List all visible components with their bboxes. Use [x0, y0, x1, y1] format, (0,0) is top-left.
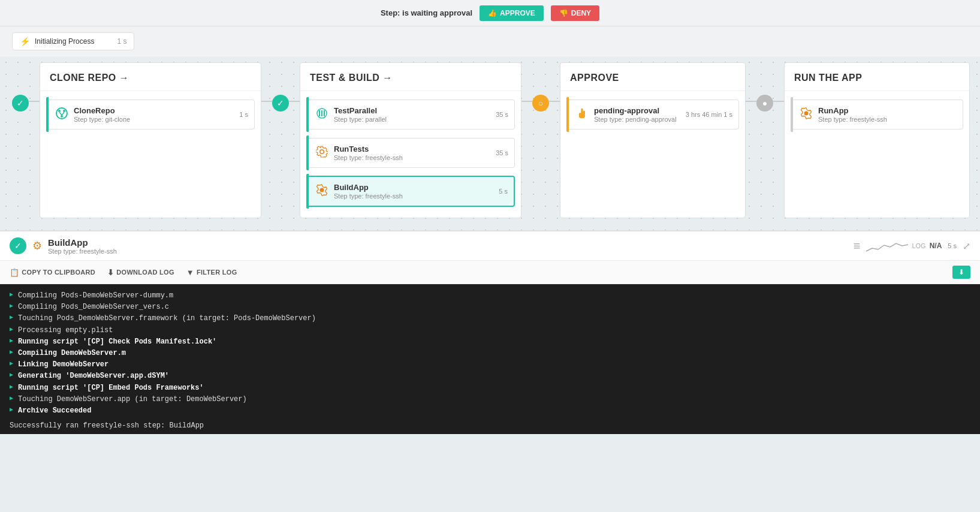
deny-thumb-icon: 👎: [559, 9, 568, 17]
log-arrow-icon: ▶: [10, 405, 13, 417]
clone-repo-step-name: CloneRepo: [74, 106, 234, 115]
pending-approval-time: 3 hrs 46 min 1 s: [686, 111, 732, 118]
h-connector-4: [521, 62, 532, 102]
test-build-status-left: ✓: [272, 62, 289, 112]
log-arrow-icon: ▶: [10, 348, 13, 359]
run-app-status-left: ●: [756, 62, 773, 112]
log-mini-graph: [866, 236, 908, 255]
stage-test-build-header: TEST & BUILD →: [300, 63, 521, 91]
approve-button[interactable]: 👍 APPROVE: [480, 5, 544, 21]
step-test-parallel[interactable]: TestParallel Step type: parallel 35 s: [309, 100, 515, 129]
stage-test-build-steps: TestParallel Step type: parallel 35 s: [300, 91, 521, 215]
log-text: Touching Pods_DemoWebServer.framework (i…: [18, 313, 316, 324]
run-tests-time: 35 s: [496, 149, 508, 156]
hand-icon: [575, 107, 589, 122]
init-process-item: ⚡ Initializing Process 1 s: [12, 32, 134, 50]
log-text: Running script '[CP] Check Pods Manifest…: [18, 336, 216, 348]
log-text: Compiling Pods_DemoWebServer_vers.c: [18, 302, 169, 313]
stage-clone-repo-steps: CloneRepo Step type: git-clone 1 s: [40, 91, 261, 138]
svg-point-2: [63, 110, 65, 112]
step-clone-repo[interactable]: CloneRepo Step type: git-clone 1 s: [49, 100, 255, 129]
log-arrow-icon: ▶: [10, 394, 13, 405]
h-connector-5: [549, 62, 560, 102]
log-arrow-icon: ▶: [10, 371, 13, 382]
log-output[interactable]: ▶Compiling Pods-DemoWebServer-dummy.m▶Co…: [0, 284, 980, 434]
step-build-app[interactable]: BuildApp Step type: freestyle-ssh 5 s: [309, 176, 515, 207]
log-text: Processing empty.plist: [18, 325, 113, 336]
svg-line-5: [62, 112, 64, 115]
log-line: ▶Touching Pods_DemoWebServer.framework (…: [10, 313, 970, 324]
copy-to-clipboard-button[interactable]: 📋 COPY TO CLIPBOARD: [10, 268, 95, 277]
log-text: Archive Succeeded: [18, 405, 91, 417]
log-line: ▶Running script '[CP] Check Pods Manifes…: [10, 336, 970, 348]
test-build-status-circle: ✓: [272, 95, 289, 112]
init-lightning-icon: ⚡: [20, 37, 30, 46]
filter-icon: ▼: [186, 268, 194, 277]
stage-clone-repo: CLONE REPO → CloneRepo Step type: git-cl…: [40, 62, 261, 218]
log-na: N/A: [930, 242, 942, 250]
test-parallel-type: Step type: parallel: [334, 116, 491, 123]
clone-repo-status-left: ✓: [12, 62, 29, 112]
parallel-icon: [315, 107, 329, 122]
log-line: ▶Linking DemoWebServer: [10, 359, 970, 371]
clone-repo-status-circle: ✓: [12, 95, 29, 112]
h-connector-2: [261, 62, 272, 102]
test-parallel-name: TestParallel: [334, 106, 491, 115]
log-arrow-icon: ▶: [10, 383, 13, 394]
filter-log-button[interactable]: ▼ FILTER LOG: [186, 268, 237, 277]
step-pending-approval[interactable]: pending-approval Step type: pending-appr…: [569, 100, 739, 129]
top-bar: Step: is waiting approval 👍 APPROVE 👎 DE…: [0, 0, 980, 26]
stage-approve: APPROVE pending-approval Step type: pend…: [560, 62, 746, 218]
log-arrow-icon: ▶: [10, 359, 13, 371]
h-connector-3: [289, 62, 300, 102]
hamburger-icon[interactable]: ≡: [854, 239, 861, 253]
bottom-gear-icon: ⚙: [32, 239, 42, 252]
log-output-wrap: ▶Compiling Pods-DemoWebServer-dummy.m▶Co…: [0, 284, 980, 434]
deny-button[interactable]: 👎 DENY: [551, 5, 599, 21]
clone-repo-step-time: 1 s: [239, 111, 248, 118]
log-arrow-icon: ▶: [10, 302, 13, 313]
svg-line-4: [59, 112, 62, 115]
step-run-app[interactable]: RunApp Step type: freestyle-ssh: [793, 100, 963, 129]
log-line: ▶Processing empty.plist: [10, 325, 970, 336]
log-text: Running script '[CP] Embed Pods Framewor…: [18, 383, 204, 394]
log-arrow-icon: ▶: [10, 325, 13, 336]
run-app-gear-icon: [799, 107, 813, 122]
log-line: Successfully ran freestyle-ssh step: Bui…: [10, 420, 970, 432]
log-text: Compiling DemoWebServer.m: [18, 348, 126, 359]
expand-icon[interactable]: ⤢: [963, 240, 970, 252]
h-connector-6: [746, 62, 756, 102]
log-toolbar: 📋 COPY TO CLIPBOARD ⬇ DOWNLOAD LOG ▼ FIL…: [0, 261, 980, 284]
bottom-status-circle: ✓: [10, 237, 26, 254]
scroll-to-bottom-button[interactable]: ⬇: [952, 266, 970, 279]
log-line: ▶Generating 'DemoWebServer.app.dSYM': [10, 371, 970, 382]
log-line: ▶Compiling Pods_DemoWebServer_vers.c: [10, 302, 970, 313]
step-run-tests[interactable]: RunTests Step type: freestyle-ssh 35 s: [309, 138, 515, 168]
svg-point-3: [61, 115, 63, 118]
build-app-time: 5 s: [499, 188, 508, 195]
download-icon: ⬇: [107, 268, 114, 277]
clipboard-icon: 📋: [10, 268, 19, 277]
git-icon: [55, 107, 69, 122]
init-bar: ⚡ Initializing Process 1 s: [0, 26, 980, 56]
run-app-name: RunApp: [818, 106, 952, 115]
log-label: LOG: [912, 242, 925, 249]
init-label: Initializing Process: [35, 37, 94, 46]
bottom-header: ✓ ⚙ BuildApp Step type: freestyle-ssh ≡ …: [0, 231, 980, 261]
clone-repo-step-type: Step type: git-clone: [74, 116, 234, 123]
download-log-button[interactable]: ⬇ DOWNLOAD LOG: [107, 268, 174, 277]
h-connector-1: [29, 62, 40, 102]
build-app-name: BuildApp: [334, 183, 494, 192]
bottom-time: 5 s: [948, 242, 957, 249]
build-app-gear-icon: [315, 184, 329, 199]
test-parallel-time: 35 s: [496, 111, 508, 118]
stage-clone-repo-header: CLONE REPO →: [40, 63, 261, 91]
log-line: ▶Compiling DemoWebServer.m: [10, 348, 970, 359]
log-text: Compiling Pods-DemoWebServer-dummy.m: [18, 290, 173, 302]
run-tests-gear-icon: [315, 146, 329, 161]
log-line: ▶Compiling Pods-DemoWebServer-dummy.m: [10, 290, 970, 302]
log-text: Touching DemoWebServer.app (in target: D…: [18, 394, 247, 405]
log-line: ▶Touching DemoWebServer.app (in target: …: [10, 394, 970, 405]
approve-thumb-icon: 👍: [488, 9, 497, 17]
run-tests-type: Step type: freestyle-ssh: [334, 154, 491, 161]
